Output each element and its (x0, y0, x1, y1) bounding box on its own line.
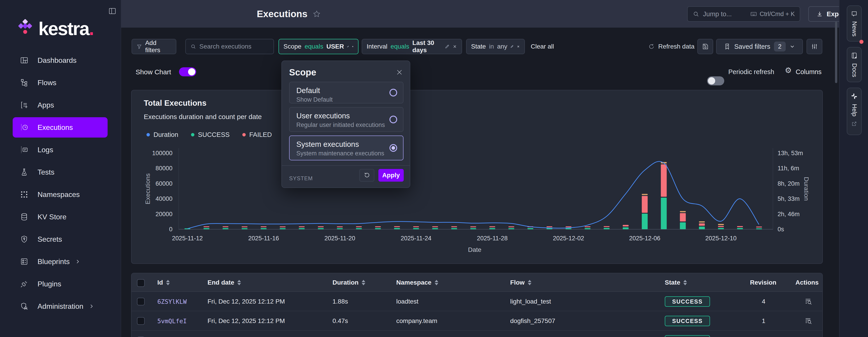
sort-icon[interactable] (435, 280, 438, 285)
sort-icon[interactable] (237, 280, 241, 285)
jump-to-search[interactable]: Jump to... Ctrl/Cmd + K (687, 6, 800, 22)
show-chart-toggle[interactable] (179, 67, 196, 76)
legend-item-success[interactable]: SUCCESS (191, 131, 230, 138)
sidebar-item-namespaces[interactable]: Namespaces (13, 184, 107, 205)
refresh-data-button[interactable]: Refresh data (648, 39, 694, 54)
filter-chip-state[interactable]: Stateinany (466, 39, 525, 54)
sort-icon[interactable] (528, 280, 531, 285)
scope-option-default[interactable]: Default Show Default (289, 82, 403, 103)
periodic-refresh-toggle[interactable] (707, 76, 724, 86)
sidebar-item-logs[interactable]: Logs (13, 140, 107, 160)
edit-pencil-icon[interactable] (510, 43, 514, 49)
kv-store-icon (20, 212, 29, 221)
scrollbar-thumb[interactable] (835, 22, 837, 83)
sidebar-item-label: Executions (37, 123, 73, 132)
close-icon[interactable] (396, 69, 403, 76)
reset-filter-button[interactable] (360, 169, 374, 181)
favorite-star-icon[interactable] (312, 10, 321, 18)
column-header-namespace[interactable]: Namespace (396, 273, 438, 292)
sort-icon[interactable] (166, 280, 170, 285)
table-row[interactable]: SUCCESS (131, 331, 823, 337)
radio-default[interactable] (390, 89, 397, 96)
sidebar-item-kv-store[interactable]: KV Store (13, 207, 107, 227)
executions-chart[interactable] (179, 148, 773, 230)
column-header-end-date[interactable]: End date (208, 273, 241, 292)
table-header: Id End date Duration Namespace Flow Stat… (131, 273, 823, 292)
filter-chip-scope[interactable]: ScopeequalsUSER (278, 39, 359, 54)
sidebar-item-label: Dashboards (37, 56, 76, 65)
select-all-checkbox[interactable] (137, 279, 145, 287)
docs-tab[interactable]: Docs (847, 47, 862, 82)
columns-label: Columns (796, 68, 822, 76)
remove-filter-icon[interactable] (453, 43, 457, 49)
kestra-logo[interactable]: kestra. (18, 19, 93, 38)
jump-placeholder: Jump to... (703, 10, 732, 18)
sidebar-item-tests[interactable]: Tests (13, 162, 107, 182)
edit-pencil-icon[interactable] (347, 43, 349, 49)
row-checkbox[interactable] (137, 317, 145, 325)
apply-button[interactable]: Apply (378, 169, 404, 181)
add-filters-button[interactable]: Add filters (131, 39, 176, 54)
x-axis-title: Date (450, 246, 500, 254)
radio-system-executions[interactable] (390, 144, 397, 152)
x-axis-tick: 2025-11-12 (162, 235, 212, 242)
sidebar-item-executions[interactable]: Executions (13, 117, 107, 138)
column-header-state[interactable]: State (665, 273, 687, 292)
clear-all-filters-button[interactable]: Clear all (531, 39, 554, 54)
columns-button[interactable]: ⚙ (785, 66, 792, 74)
remove-filter-icon[interactable] (517, 43, 520, 49)
sidebar-item-secrets[interactable]: Secrets (13, 229, 107, 249)
saved-filters-count: 2 (774, 41, 786, 52)
status-badge: SUCCESS (665, 335, 710, 337)
x-axis-tick: 2025-11-24 (391, 235, 441, 242)
filter-settings-button[interactable] (807, 39, 822, 54)
column-header-flow[interactable]: Flow (510, 273, 531, 292)
sidebar-item-dashboards[interactable]: Dashboards (13, 50, 107, 70)
refresh-icon (648, 43, 655, 50)
remove-filter-icon[interactable] (352, 43, 353, 49)
sidebar-item-apps[interactable]: Apps (13, 95, 107, 115)
administration-icon (20, 302, 29, 311)
sidebar-collapse-icon[interactable] (108, 7, 117, 15)
x-axis-tick: 2025-12-02 (544, 235, 593, 242)
right-rail: News Docs Help (839, 0, 868, 337)
scope-filter-modal: Scope Default Show Default User executio… (281, 61, 410, 188)
y-axis-tick-right: 2h, 46m (778, 211, 800, 218)
keyboard-shortcut: Ctrl/Cmd + K (750, 11, 795, 18)
filter-chip-interval[interactable]: IntervalequalsLast 30 days (362, 39, 462, 54)
row-overview-icon[interactable] (804, 298, 812, 306)
execution-id-link[interactable]: 5vmQLfeI (157, 317, 187, 325)
column-header-duration[interactable]: Duration (333, 273, 365, 292)
row-checkbox[interactable] (137, 298, 145, 305)
sort-icon[interactable] (362, 280, 365, 285)
column-header-revision: Revision (750, 273, 776, 292)
legend-item-failed[interactable]: FAILED (242, 131, 272, 138)
save-filter-button[interactable] (698, 39, 713, 54)
row-overview-icon[interactable] (804, 317, 812, 325)
sidebar-item-administration[interactable]: Administration (13, 296, 107, 316)
sidebar-item-flows[interactable]: Flows (13, 72, 107, 93)
edit-pencil-icon[interactable] (445, 43, 450, 49)
saved-filters-button[interactable]: Saved filters 2 (716, 39, 803, 54)
sidebar-item-label: Apps (37, 101, 54, 109)
table-row[interactable]: 5vmQLfeI Fri, Dec 12, 2025 12:12 PM 0.47… (131, 311, 823, 331)
page-title: Executions (257, 8, 321, 20)
sidebar-item-plugins[interactable]: Plugins (13, 274, 107, 294)
sidebar-item-label: Tests (37, 168, 55, 176)
sort-icon[interactable] (683, 280, 687, 285)
sidebar-item-blueprints[interactable]: Blueprints (13, 251, 107, 272)
scope-option-system-executions[interactable]: System executions System maintenance exe… (289, 136, 403, 160)
legend-item-duration[interactable]: Duration (147, 131, 178, 138)
failed-dot (242, 133, 246, 136)
radio-user-executions[interactable] (390, 116, 397, 123)
x-axis-tick: 2025-11-28 (467, 235, 517, 242)
column-header-id[interactable]: Id (157, 273, 170, 292)
news-tab[interactable]: News (847, 5, 862, 41)
help-tab[interactable]: Help (847, 88, 862, 135)
scope-option-user-executions[interactable]: User executions Regular user initiated e… (289, 107, 403, 132)
table-row[interactable]: 6ZSYlKLW Fri, Dec 12, 2025 12:12 PM 1.88… (131, 292, 823, 311)
search-executions-input[interactable]: Search executions (185, 39, 274, 54)
logo-wordmark: kestra. (38, 18, 93, 39)
executions-icon (20, 123, 29, 132)
execution-id-link[interactable]: 6ZSYlKLW (157, 298, 187, 305)
